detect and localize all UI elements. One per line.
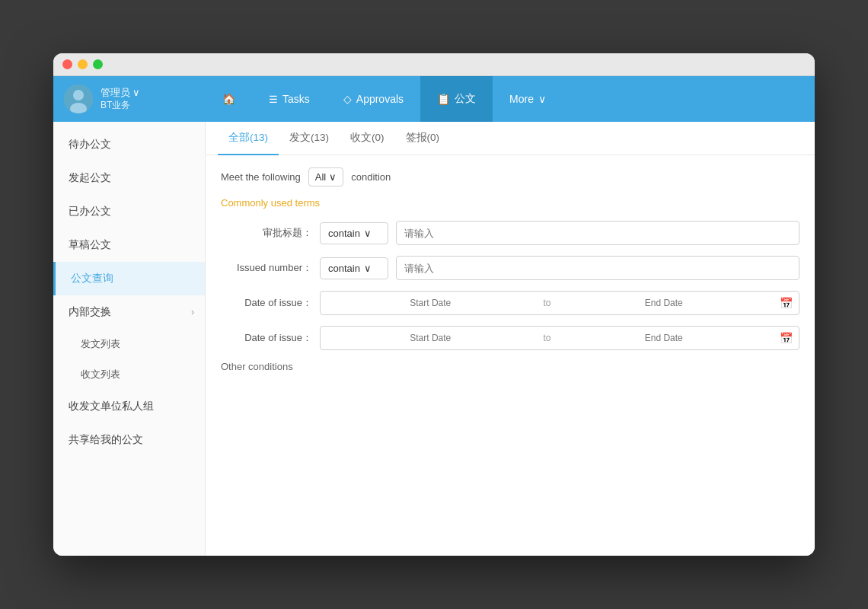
user-name: 管理员 ∨: [101, 87, 140, 100]
tab-qianbao[interactable]: 签报(0): [395, 122, 451, 155]
sidebar-sub-fawen[interactable]: 发文列表: [53, 329, 205, 359]
filter-row-issued: Issued number： contain ∨: [221, 256, 799, 280]
nav-items: 🏠 ☰ Tasks ◇ Approvals 📋 公文: [206, 76, 815, 122]
approvals-icon: ◇: [343, 93, 352, 105]
sidebar-item-shoudanwei[interactable]: 收发文单位私人组: [53, 390, 205, 423]
tab-all[interactable]: 全部(13): [218, 122, 279, 155]
date2-range: to 📅: [320, 326, 799, 350]
minimize-button[interactable]: [78, 59, 88, 69]
date2-label: Date of issue：: [221, 331, 312, 345]
date1-to: to: [541, 298, 554, 308]
nav-gongwen[interactable]: 📋 公文: [420, 76, 493, 122]
issued-dropdown-icon: ∨: [364, 263, 372, 274]
nav-tasks[interactable]: ☰ Tasks: [252, 76, 327, 122]
other-conditions-label: Other conditions: [221, 361, 799, 372]
date1-calendar-icon[interactable]: 📅: [774, 297, 799, 309]
date1-end[interactable]: [554, 298, 774, 308]
nav-more[interactable]: More ∨: [493, 76, 563, 122]
sidebar-item-caogao[interactable]: 草稿公文: [53, 228, 205, 262]
date2-calendar-icon[interactable]: 📅: [774, 332, 799, 344]
user-dropdown-icon: ∨: [132, 87, 140, 100]
user-section[interactable]: 管理员 ∨ BT业务: [53, 76, 206, 122]
sidebar-item-gonghong[interactable]: 共享给我的公文: [53, 423, 205, 457]
home-icon: 🏠: [222, 93, 235, 105]
date1-start[interactable]: [321, 298, 541, 308]
more-chevron-icon: ∨: [538, 93, 546, 105]
date2-to: to: [541, 333, 554, 343]
filter-area: Meet the following All ∨ condition Commo…: [206, 155, 815, 556]
app-body: 管理员 ∨ BT业务 🏠 ☰ Tasks ◇: [53, 76, 815, 556]
user-sub: BT业务: [101, 100, 140, 112]
close-button[interactable]: [62, 59, 72, 69]
sidebar-item-chaxun[interactable]: 公文查询: [53, 262, 205, 295]
date1-range: to 📅: [320, 291, 799, 315]
gongwen-icon: 📋: [437, 93, 450, 105]
sidebar-item-daiban[interactable]: 待办公文: [53, 128, 205, 161]
meet-label: Meet the following: [221, 171, 301, 183]
date2-start[interactable]: [321, 333, 541, 343]
filter-row-date1: Date of issue： to 📅: [221, 291, 799, 315]
tab-fawen[interactable]: 发文(13): [279, 122, 340, 155]
neibu-chevron-icon: ›: [191, 307, 194, 317]
sidebar-item-yiban[interactable]: 已办公文: [53, 195, 205, 228]
pibiao-input[interactable]: [396, 221, 799, 245]
filter-row-date2: Date of issue： to 📅: [221, 326, 799, 350]
pibiao-dropdown-icon: ∨: [364, 228, 372, 239]
nav-home[interactable]: 🏠: [206, 76, 252, 122]
nav-approvals[interactable]: ◇ Approvals: [327, 76, 420, 122]
main-body: 待办公文 发起公文 已办公文 草稿公文 公文查询 内部交换 ›: [53, 122, 815, 556]
tabs-bar: 全部(13) 发文(13) 收文(0) 签报(0): [206, 122, 815, 155]
select-chevron-icon: ∨: [329, 171, 337, 183]
issued-label: Issued number：: [221, 261, 312, 275]
pibiao-dropdown[interactable]: contain ∨: [320, 222, 388, 244]
content-area: 全部(13) 发文(13) 收文(0) 签报(0): [206, 122, 815, 556]
sidebar-item-neibu[interactable]: 内部交换 ›: [53, 295, 205, 329]
titlebar: [53, 53, 815, 76]
date1-label: Date of issue：: [221, 296, 312, 310]
commonly-used-label: Commonly used terms: [221, 197, 799, 209]
filter-row-pibiao: 审批标题： contain ∨: [221, 221, 799, 245]
sidebar: 待办公文 发起公文 已办公文 草稿公文 公文查询 内部交换 ›: [53, 122, 206, 556]
issued-input[interactable]: [396, 256, 799, 280]
app-window: 管理员 ∨ BT业务 🏠 ☰ Tasks ◇: [53, 53, 815, 556]
topnav: 管理员 ∨ BT业务 🏠 ☰ Tasks ◇: [53, 76, 815, 122]
maximize-button[interactable]: [93, 59, 103, 69]
all-select[interactable]: All ∨: [308, 167, 343, 187]
user-info: 管理员 ∨ BT业务: [101, 87, 140, 111]
condition-label: condition: [351, 171, 391, 183]
filter-header: Meet the following All ∨ condition: [221, 167, 799, 187]
svg-point-1: [73, 90, 84, 100]
sidebar-item-faqi[interactable]: 发起公文: [53, 161, 205, 195]
date2-end[interactable]: [554, 333, 774, 343]
avatar: [64, 84, 93, 113]
sidebar-sub-shouwen[interactable]: 收文列表: [53, 359, 205, 390]
tasks-icon: ☰: [269, 94, 278, 105]
pibiao-label: 审批标题：: [221, 226, 312, 240]
issued-dropdown[interactable]: contain ∨: [320, 257, 388, 279]
tab-shouwen[interactable]: 收文(0): [340, 122, 395, 155]
